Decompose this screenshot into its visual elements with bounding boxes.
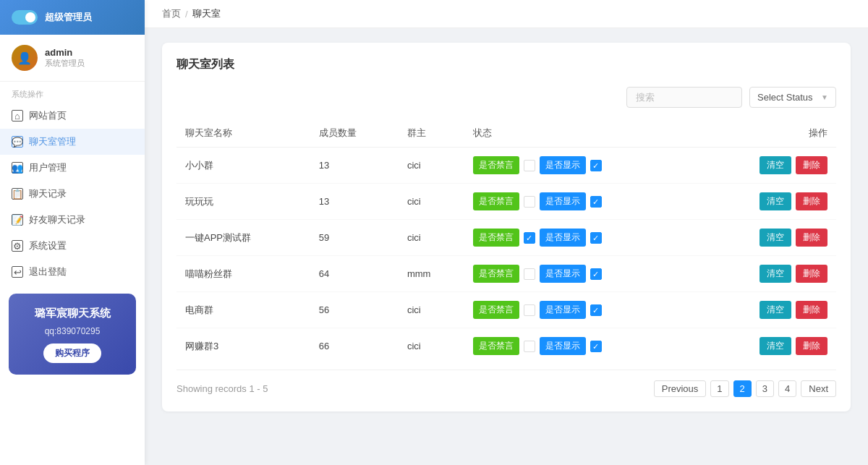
cell-actions: 清空 删除 (699, 148, 836, 184)
breadcrumb-current: 聊天室 (192, 7, 221, 20)
page-4-button[interactable]: 4 (778, 380, 796, 397)
ban-checkbox[interactable] (524, 304, 535, 316)
cell-owner: mmm (399, 256, 464, 292)
user-info: admin 系统管理员 (45, 47, 85, 69)
show-checkbox[interactable] (590, 160, 602, 171)
ban-button[interactable]: 是否禁言 (473, 265, 519, 283)
sidebar-item-home[interactable]: ⌂ 网站首页 (0, 103, 145, 129)
cell-name: 电商群 (176, 292, 310, 328)
show-button[interactable]: 是否显示 (540, 156, 586, 174)
delete-button[interactable]: 删除 (796, 229, 827, 247)
ban-checkbox[interactable] (524, 160, 535, 171)
next-page-button[interactable]: Next (801, 380, 836, 397)
ban-button[interactable]: 是否禁言 (473, 229, 519, 247)
toolbar: Select Status ▼ (176, 87, 836, 108)
show-button[interactable]: 是否显示 (540, 337, 586, 355)
cell-name: 小小群 (176, 148, 310, 184)
breadcrumb-sep: / (185, 9, 188, 20)
show-button[interactable]: 是否显示 (540, 192, 586, 210)
sidebar-promo: 璐军宸聊天系统 qq:839070295 购买程序 (9, 294, 136, 375)
avatar: 👤 (12, 45, 38, 71)
cell-actions: 清空 删除 (699, 256, 836, 292)
sidebar-item-friend-log[interactable]: 📝 好友聊天记录 (0, 207, 145, 233)
log-icon: 📋 (12, 188, 23, 200)
select-status-label: Select Status (757, 92, 813, 103)
cell-actions: 清空 删除 (699, 292, 836, 328)
ban-button[interactable]: 是否禁言 (473, 301, 519, 319)
sidebar-item-settings[interactable]: ⚙ 系统设置 (0, 233, 145, 259)
sidebar-item-logout[interactable]: ↩ 退出登陆 (0, 259, 145, 285)
ban-button[interactable]: 是否禁言 (473, 156, 519, 174)
sidebar-item-chat-manage[interactable]: 💬 聊天室管理 (0, 129, 145, 155)
cell-owner: cici (399, 292, 464, 328)
cell-status: 是否禁言 是否显示 (464, 256, 699, 292)
sidebar-item-chat-log[interactable]: 📋 聊天记录 (0, 181, 145, 207)
page-2-button[interactable]: 2 (733, 380, 752, 397)
clear-button[interactable]: 清空 (760, 156, 791, 174)
ban-checkbox[interactable] (524, 268, 535, 280)
promo-title: 璐军宸聊天系统 (20, 305, 124, 322)
cell-status: 是否禁言 是否显示 (464, 184, 699, 220)
sidebar-item-label: 网站首页 (29, 109, 67, 122)
page-title: 聊天室列表 (176, 57, 836, 72)
table-row: 喵喵粉丝群 64 mmm 是否禁言 是否显示 清空 删除 (176, 256, 836, 292)
toggle-switch[interactable] (12, 10, 38, 25)
cell-name: 喵喵粉丝群 (176, 256, 310, 292)
cell-count: 59 (310, 220, 399, 256)
show-checkbox[interactable] (590, 304, 602, 316)
page-1-button[interactable]: 1 (710, 380, 728, 397)
delete-button[interactable]: 删除 (796, 192, 827, 210)
sidebar-item-label: 聊天记录 (29, 187, 67, 200)
clear-button[interactable]: 清空 (760, 337, 791, 355)
logout-icon: ↩ (12, 266, 23, 278)
clear-button[interactable]: 清空 (760, 229, 791, 247)
sidebar-header: 超级管理员 (0, 0, 145, 35)
ban-button[interactable]: 是否禁言 (473, 192, 519, 210)
cell-name: 玩玩玩 (176, 184, 310, 220)
search-input[interactable] (626, 87, 742, 108)
prev-page-button[interactable]: Previous (654, 380, 707, 397)
page-3-button[interactable]: 3 (756, 380, 774, 397)
delete-button[interactable]: 删除 (796, 301, 827, 319)
sidebar-item-label: 系统设置 (29, 239, 67, 252)
cell-count: 64 (310, 256, 399, 292)
sidebar-item-label: 聊天室管理 (29, 135, 76, 148)
content-area: 聊天室列表 Select Status ▼ 聊天室名称 成员数量 群主 状态 操… (145, 28, 868, 465)
clear-button[interactable]: 清空 (760, 301, 791, 319)
buy-button[interactable]: 购买程序 (43, 344, 101, 363)
chat-room-card: 聊天室列表 Select Status ▼ 聊天室名称 成员数量 群主 状态 操… (162, 43, 851, 411)
topbar: 首页 / 聊天室 (145, 0, 868, 28)
delete-button[interactable]: 删除 (796, 156, 827, 174)
cell-actions: 清空 删除 (699, 328, 836, 364)
select-status-dropdown[interactable]: Select Status ▼ (749, 87, 836, 108)
chevron-down-icon: ▼ (821, 93, 828, 101)
ban-checkbox[interactable] (524, 196, 535, 208)
col-count: 成员数量 (310, 119, 399, 148)
cell-status: 是否禁言 是否显示 (464, 220, 699, 256)
sidebar-item-label: 用户管理 (29, 161, 67, 174)
clear-button[interactable]: 清空 (760, 265, 791, 283)
ban-checkbox[interactable] (524, 232, 535, 244)
ban-button[interactable]: 是否禁言 (473, 337, 519, 355)
show-button[interactable]: 是否显示 (540, 229, 586, 247)
col-status: 状态 (464, 119, 699, 148)
table-row: 小小群 13 cici 是否禁言 是否显示 清空 删除 (176, 148, 836, 184)
clear-button[interactable]: 清空 (760, 192, 791, 210)
show-checkbox[interactable] (590, 268, 602, 280)
cell-name: 网赚群3 (176, 328, 310, 364)
cell-owner: cici (399, 328, 464, 364)
show-button[interactable]: 是否显示 (540, 301, 586, 319)
show-checkbox[interactable] (590, 196, 602, 208)
delete-button[interactable]: 删除 (796, 337, 827, 355)
delete-button[interactable]: 删除 (796, 265, 827, 283)
home-icon: ⌂ (12, 110, 23, 121)
friend-icon: 📝 (12, 214, 23, 226)
show-button[interactable]: 是否显示 (540, 265, 586, 283)
cell-owner: cici (399, 148, 464, 184)
show-checkbox[interactable] (590, 341, 602, 352)
breadcrumb-home[interactable]: 首页 (162, 7, 181, 20)
sidebar-item-user-manage[interactable]: 👥 用户管理 (0, 155, 145, 181)
show-checkbox[interactable] (590, 232, 602, 244)
ban-checkbox[interactable] (524, 341, 535, 352)
table-row: 电商群 56 cici 是否禁言 是否显示 清空 删除 (176, 292, 836, 328)
